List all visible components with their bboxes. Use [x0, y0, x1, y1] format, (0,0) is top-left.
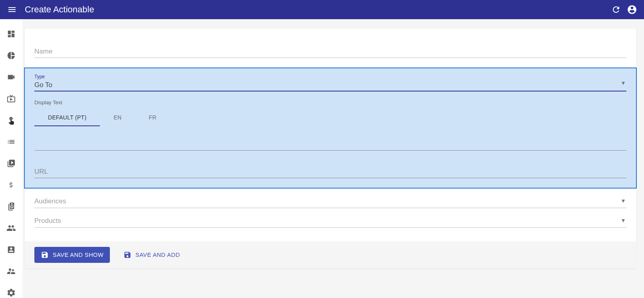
name-field-wrapper: Name — [34, 45, 626, 58]
products-select[interactable]: Products ▾ — [34, 217, 626, 228]
display-text-label: Display Text — [34, 99, 626, 105]
refresh-icon — [611, 5, 621, 14]
group-icon — [6, 223, 16, 233]
list-icon — [7, 137, 16, 146]
products-placeholder: Products — [34, 217, 61, 224]
tab-en[interactable]: EN — [100, 109, 135, 126]
sidebar-item-account[interactable] — [3, 244, 19, 255]
sidebar-item-analytics[interactable] — [3, 50, 19, 61]
sidebar-item-videos[interactable] — [3, 72, 19, 82]
live-tv-icon — [7, 94, 16, 103]
sidebar-item-monetization[interactable] — [3, 180, 19, 190]
monetization-icon — [8, 181, 15, 189]
chevron-down-icon: ▾ — [622, 217, 625, 224]
chart-icon — [7, 51, 16, 60]
page-title: Create Actionable — [25, 4, 608, 15]
account-button[interactable] — [624, 2, 640, 18]
tab-fr[interactable]: FR — [135, 109, 170, 126]
sidebar-item-dashboard[interactable] — [3, 29, 19, 39]
language-tabs: DEFAULT (PT) EN FR — [34, 109, 626, 126]
main-content: Name Type Go To ▾ Display Text DEFAULT (… — [22, 19, 644, 298]
side-rail — [0, 19, 22, 298]
save-and-show-label: SAVE AND SHOW — [53, 252, 103, 258]
dashboard-icon — [7, 30, 16, 38]
save-icon — [123, 251, 131, 259]
sidebar-item-library[interactable] — [3, 158, 19, 169]
form-card: Name Type Go To ▾ Display Text DEFAULT (… — [25, 29, 636, 268]
speaker-group-icon — [7, 202, 16, 211]
type-select[interactable]: Type Go To ▾ — [34, 74, 626, 91]
sidebar-item-settings[interactable] — [3, 288, 19, 298]
display-text-input[interactable] — [34, 130, 626, 151]
touch-icon — [7, 116, 16, 125]
type-label: Type — [34, 74, 626, 79]
video-library-icon — [7, 159, 16, 168]
settings-icon — [6, 288, 16, 298]
audiences-select[interactable]: Audiences ▾ — [34, 197, 626, 208]
account-circle-icon — [627, 4, 637, 15]
menu-icon — [7, 5, 17, 14]
name-input[interactable] — [34, 45, 626, 58]
video-icon — [7, 73, 16, 81]
app-bar: Create Actionable — [0, 0, 644, 19]
audiences-placeholder: Audiences — [34, 197, 66, 205]
type-value: Go To — [34, 81, 626, 89]
chevron-down-icon: ▾ — [622, 197, 625, 205]
refresh-button[interactable] — [608, 2, 624, 18]
save-and-add-label: SAVE AND ADD — [135, 252, 180, 258]
url-input[interactable] — [34, 165, 626, 178]
menu-button[interactable] — [4, 2, 20, 18]
tab-default-pt[interactable]: DEFAULT (PT) — [34, 109, 100, 126]
actions-bar: SAVE AND SHOW SAVE AND ADD — [25, 241, 636, 268]
sidebar-item-actionables[interactable] — [3, 115, 19, 125]
save-icon — [41, 251, 49, 259]
save-and-show-button[interactable]: SAVE AND SHOW — [34, 247, 110, 263]
supervisor-icon — [6, 266, 16, 276]
url-field-wrapper: URL — [34, 165, 626, 178]
sidebar-item-speakers[interactable] — [3, 201, 19, 212]
sidebar-item-audiences[interactable] — [3, 223, 19, 233]
save-and-add-button[interactable]: SAVE AND ADD — [117, 247, 186, 263]
account-box-icon — [7, 245, 16, 254]
highlighted-section: Type Go To ▾ Display Text DEFAULT (PT) E… — [24, 68, 637, 189]
chevron-down-icon: ▾ — [622, 79, 625, 87]
sidebar-item-users[interactable] — [3, 266, 19, 276]
sidebar-item-live[interactable] — [3, 93, 19, 104]
sidebar-item-lists[interactable] — [3, 137, 19, 147]
